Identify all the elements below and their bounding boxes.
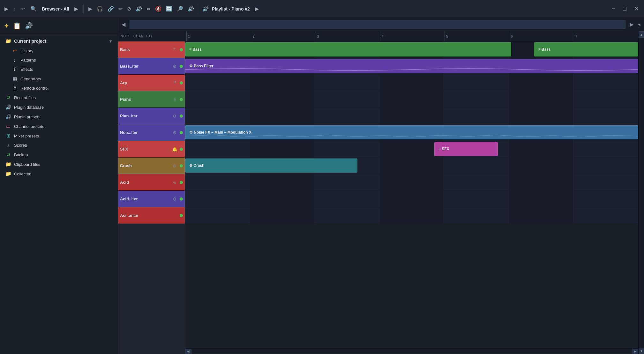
grid-cell[interactable]	[573, 174, 638, 190]
grid-cell[interactable]	[509, 91, 573, 107]
grid-cell[interactable]	[509, 108, 573, 124]
close-button[interactable]: ✕	[632, 5, 641, 13]
sidebar-item-recent-files[interactable]: ↺ Recent files	[0, 93, 118, 102]
grid-cell[interactable]	[185, 191, 250, 207]
grid-cell[interactable]	[315, 141, 379, 157]
grid-cell[interactable]	[185, 174, 250, 190]
sidebar-item-collected[interactable]: 📁 Collected	[0, 169, 118, 179]
sidebar-speaker-icon[interactable]: 🔊	[25, 22, 33, 30]
vscroll-down[interactable]: ▼	[639, 348, 644, 354]
pl-nav-right[interactable]: ▶	[628, 20, 635, 28]
pattern-bass-1[interactable]: ≡ Bass	[185, 42, 511, 56]
vscroll-track[interactable]	[639, 38, 644, 348]
grid-cell[interactable]	[185, 141, 250, 157]
sidebar-item-plugin-database[interactable]: 🔊 Plugin database	[0, 102, 118, 112]
sidebar-item-patterns[interactable]: ♪ Patterns	[0, 55, 118, 65]
hscroll-track[interactable]	[193, 350, 631, 353]
undo-button[interactable]: ↩	[19, 4, 27, 13]
sidebar-star-icon[interactable]: ✦	[4, 22, 9, 30]
sidebar-item-plugin-presets[interactable]: 🔊 Plugin presets	[0, 112, 118, 122]
track-row-aciance[interactable]: Aci..ance	[118, 207, 185, 224]
grid-cell[interactable]	[509, 207, 573, 224]
pl-mute-button[interactable]: ⊘	[125, 5, 133, 13]
pl-loop-button[interactable]: 🔄	[164, 5, 174, 13]
grid-cell[interactable]	[250, 174, 315, 190]
pl-draw-button[interactable]: ✏	[117, 5, 124, 13]
play-button[interactable]: ▶	[3, 4, 10, 13]
grid-cell[interactable]	[250, 75, 315, 91]
pl-nav-left[interactable]: ◀	[120, 20, 127, 28]
grid-cell[interactable]	[315, 191, 379, 207]
grid-cell[interactable]	[509, 158, 573, 174]
grid-cell[interactable]	[444, 191, 509, 207]
grid-cell[interactable]	[250, 207, 315, 224]
grid-cell[interactable]	[379, 75, 444, 91]
grid-cell[interactable]	[315, 207, 379, 224]
pl-swap-button[interactable]: ⇔	[145, 5, 152, 13]
track-row-bass[interactable]: Bass 𝄢:	[118, 41, 185, 58]
track-row-acid-filter[interactable]: Acid..lter ⚙	[118, 191, 185, 207]
grid-cell[interactable]	[444, 91, 509, 107]
sidebar-item-clipboard[interactable]: 📁 Clipboard files	[0, 159, 118, 169]
grid-cell[interactable]	[573, 207, 638, 224]
search-button[interactable]: 🔍	[28, 4, 39, 13]
pattern-bass-filter-1[interactable]: ⚙ Bass Filter	[185, 59, 638, 73]
maximize-button[interactable]: □	[620, 5, 629, 13]
grid-cell[interactable]	[379, 174, 444, 190]
pl-zoom-button[interactable]: 🔎	[175, 5, 185, 13]
pl-play-button[interactable]: ▶	[87, 5, 94, 13]
grid-cell[interactable]	[250, 141, 315, 157]
grid-cell[interactable]	[185, 75, 250, 91]
grid-cell[interactable]	[509, 141, 573, 157]
grid-cell[interactable]	[573, 191, 638, 207]
sidebar-item-effects[interactable]: 🎙 Effects	[0, 65, 118, 74]
grid-cell[interactable]	[379, 158, 444, 174]
sidebar-item-current-project[interactable]: 📁 Current project ▼	[0, 36, 118, 46]
playlist-nav-button[interactable]: ▶	[253, 4, 261, 13]
grid-cell[interactable]	[250, 108, 315, 124]
pattern-bass-2[interactable]: ≡ Bass	[534, 42, 638, 56]
grid-cell[interactable]	[185, 91, 250, 107]
pl-link-button[interactable]: 🔗	[106, 5, 116, 13]
track-row-crash[interactable]: Crash ⊕	[118, 158, 185, 174]
track-row-sfx[interactable]: SFX 🔔	[118, 141, 185, 158]
grid-cell[interactable]	[444, 75, 509, 91]
grid-cell[interactable]	[250, 91, 315, 107]
track-row-nois-filter[interactable]: Nois..lter ⚙	[118, 124, 185, 141]
track-row-bass-filter[interactable]: Bass..lter ⚙	[118, 58, 185, 75]
grid-cell[interactable]	[573, 141, 638, 157]
grid-cell[interactable]	[509, 174, 573, 190]
grid-cell[interactable]	[379, 108, 444, 124]
grid-cell[interactable]	[185, 207, 250, 224]
hscroll-left[interactable]: ◀	[185, 349, 191, 354]
grid-cell[interactable]	[185, 108, 250, 124]
track-row-piano[interactable]: Piano ≡	[118, 91, 185, 108]
browser-nav-button[interactable]: ▶	[72, 4, 80, 13]
track-row-piano-filter[interactable]: Pian..lter ⚙	[118, 108, 185, 124]
grid-cell[interactable]	[315, 174, 379, 190]
grid-cell[interactable]	[444, 108, 509, 124]
sidebar-item-backup[interactable]: ↺ Backup	[0, 150, 118, 159]
sidebar-item-mixer-presets[interactable]: ⊞ Mixer presets	[0, 131, 118, 141]
grid-cell[interactable]	[509, 75, 573, 91]
pattern-crash-1[interactable]: ⊕ Crash	[185, 159, 357, 173]
grid-cell[interactable]	[573, 108, 638, 124]
sidebar-item-scores[interactable]: ♪ Scores	[0, 141, 118, 150]
grid-cell[interactable]	[444, 174, 509, 190]
pl-expand-button[interactable]: ◀	[636, 22, 642, 27]
pl-mute2-button[interactable]: 🔇	[154, 5, 163, 13]
pattern-sfx-1[interactable]: ≡ SFX	[434, 142, 498, 156]
grid-cell[interactable]	[315, 108, 379, 124]
sidebar-item-history[interactable]: ↩ History	[0, 46, 118, 55]
vscroll-up[interactable]: ▲	[639, 31, 644, 38]
grid-cell[interactable]	[444, 158, 509, 174]
grid-cell[interactable]	[444, 207, 509, 224]
sidebar-item-generators[interactable]: ▦ Generators	[0, 74, 118, 84]
sidebar-copy-icon[interactable]: 📋	[13, 22, 21, 30]
playlist-scrollbar-top[interactable]	[130, 20, 625, 29]
grid-cell[interactable]	[573, 91, 638, 107]
grid-cell[interactable]	[509, 191, 573, 207]
pl-speaker-button[interactable]: 🔊	[186, 5, 196, 13]
pattern-noise-fx-1[interactable]: ⚙ Noise FX – Main – Modulation X	[185, 125, 638, 139]
pl-volume-button[interactable]: 🔊	[134, 5, 144, 13]
